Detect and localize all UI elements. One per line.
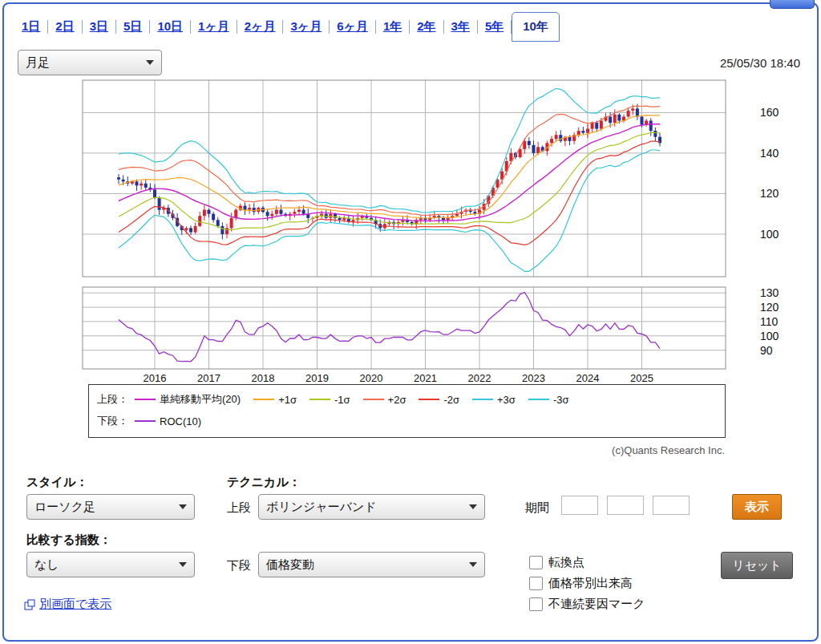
interval-select-value: 月足 bbox=[26, 55, 50, 71]
checkbox-icon[interactable] bbox=[529, 577, 543, 590]
y-axis-labels: 10012014016090100110120130 bbox=[760, 106, 779, 356]
legend-box: 上段： 単純移動平均(20)+1σ-1σ+2σ-2σ+3σ-3σ 下段： ROC… bbox=[88, 384, 726, 438]
interval-select[interactable]: 月足 bbox=[18, 50, 162, 75]
period-input-3[interactable] bbox=[653, 496, 690, 515]
checkbox-volume-by-price[interactable]: 価格帯別出来高 bbox=[529, 576, 633, 591]
svg-text:2019: 2019 bbox=[305, 372, 329, 384]
legend-line-swatch bbox=[135, 420, 156, 422]
legend-lower-row: 下段： ROC(10) bbox=[89, 407, 725, 428]
chevron-down-icon bbox=[469, 504, 477, 509]
upper-grid bbox=[83, 80, 726, 277]
checkbox-tenkanten[interactable]: 転換点 bbox=[529, 555, 584, 570]
legend-item: -3σ bbox=[528, 394, 569, 406]
svg-text:100: 100 bbox=[760, 228, 779, 241]
tab-2年[interactable]: 2年 bbox=[410, 14, 443, 39]
top-right-partial-button[interactable] bbox=[770, 0, 815, 9]
roc-line bbox=[119, 293, 660, 362]
legend-item-label: -2σ bbox=[443, 394, 459, 406]
tab-10日[interactable]: 10日 bbox=[150, 14, 190, 39]
legend-line-swatch bbox=[253, 399, 274, 400]
checkbox-volume-by-price-label: 価格帯別出来高 bbox=[548, 576, 633, 591]
chart-area: 1001201401609010011012013020162017201820… bbox=[0, 76, 821, 391]
compare-label: 比較する指数： bbox=[26, 533, 111, 548]
svg-text:100: 100 bbox=[760, 330, 779, 342]
reset-button[interactable]: リセット bbox=[721, 552, 793, 579]
lower-indicator-select-value: 価格変動 bbox=[266, 557, 314, 573]
legend-line-swatch bbox=[135, 399, 156, 400]
legend-item-label: -3σ bbox=[553, 394, 569, 406]
technical-label: テクニカル： bbox=[227, 475, 301, 490]
legend-item: +3σ bbox=[472, 394, 516, 406]
legend-line-swatch bbox=[472, 399, 493, 400]
tab-2ヶ月[interactable]: 2ヶ月 bbox=[237, 14, 283, 39]
svg-text:2024: 2024 bbox=[576, 372, 600, 384]
svg-text:140: 140 bbox=[760, 147, 779, 160]
legend-line-swatch bbox=[419, 399, 439, 400]
style-select-value: ローソク足 bbox=[34, 500, 95, 515]
upper-row-label: 上段 bbox=[227, 500, 251, 516]
lower-grid bbox=[83, 287, 726, 369]
tab-6ヶ月[interactable]: 6ヶ月 bbox=[330, 14, 375, 39]
legend-item-label: 単純移動平均(20) bbox=[160, 392, 241, 407]
legend-upper-row: 上段： 単純移動平均(20)+1σ-1σ+2σ-2σ+3σ-3σ bbox=[89, 385, 725, 407]
upper-indicator-select-value: ボリンジャーバンド bbox=[266, 500, 377, 515]
lower-indicator-select[interactable]: 価格変動 bbox=[258, 552, 485, 577]
tab-3日[interactable]: 3日 bbox=[83, 14, 115, 39]
period-tabbar: 1日2日3日5日10日1ヶ月2ヶ月3ヶ月6ヶ月1年2年3年5年10年 bbox=[14, 11, 807, 42]
legend-item: -2σ bbox=[419, 394, 459, 406]
period-input-2[interactable] bbox=[607, 496, 644, 515]
chevron-down-icon bbox=[179, 562, 187, 567]
svg-text:2016: 2016 bbox=[144, 372, 167, 384]
svg-text:2025: 2025 bbox=[630, 372, 653, 384]
legend-item-label: +3σ bbox=[497, 394, 516, 406]
period-input-1[interactable] bbox=[561, 496, 598, 515]
upper-indicator-select[interactable]: ボリンジャーバンド bbox=[258, 494, 485, 520]
chevron-down-icon bbox=[146, 60, 154, 65]
chart-widget: 1日2日3日5日10日1ヶ月2ヶ月3ヶ月6ヶ月1年2年3年5年10年 月足 25… bbox=[0, 0, 821, 644]
legend-item: +2σ bbox=[363, 394, 406, 406]
legend-item-label: ROC(10) bbox=[160, 415, 201, 427]
sma-line bbox=[119, 124, 660, 221]
svg-text:130: 130 bbox=[760, 286, 779, 299]
legend-line-swatch bbox=[309, 399, 330, 400]
svg-text:2023: 2023 bbox=[522, 372, 545, 384]
lower-plot-frame bbox=[83, 287, 726, 369]
tab-1年[interactable]: 1年 bbox=[376, 14, 409, 39]
tab-5年[interactable]: 5年 bbox=[478, 14, 511, 39]
tab-3ヶ月[interactable]: 3ヶ月 bbox=[283, 14, 329, 39]
open-window-icon bbox=[24, 599, 35, 610]
period-label: 期間 bbox=[525, 500, 549, 516]
checkbox-icon[interactable] bbox=[529, 597, 543, 611]
svg-text:2017: 2017 bbox=[197, 372, 220, 384]
style-select[interactable]: ローソク足 bbox=[26, 494, 195, 520]
tab-1日[interactable]: 1日 bbox=[14, 14, 47, 39]
open-in-new-window-label: 別画面で表示 bbox=[39, 597, 111, 612]
lower-row-label: 下段 bbox=[227, 558, 251, 573]
legend-item: +1σ bbox=[253, 394, 297, 406]
compare-select[interactable]: なし bbox=[26, 552, 195, 577]
tab-5日[interactable]: 5日 bbox=[116, 14, 149, 39]
svg-text:160: 160 bbox=[760, 106, 779, 119]
legend-line-swatch bbox=[363, 399, 384, 400]
tab-3年[interactable]: 3年 bbox=[444, 14, 477, 39]
svg-text:2021: 2021 bbox=[414, 372, 437, 384]
tab-2日[interactable]: 2日 bbox=[48, 14, 81, 39]
tab-1ヶ月[interactable]: 1ヶ月 bbox=[191, 14, 237, 39]
tab-10年[interactable]: 10年 bbox=[512, 12, 560, 42]
svg-text:90: 90 bbox=[760, 344, 773, 357]
show-button[interactable]: 表示 bbox=[732, 494, 782, 520]
open-in-new-window-link[interactable]: 別画面で表示 bbox=[24, 597, 111, 612]
svg-text:2018: 2018 bbox=[252, 372, 275, 384]
band-plus-2-sigma bbox=[119, 106, 660, 215]
legend-item: -1σ bbox=[309, 394, 350, 406]
legend-item-label: +1σ bbox=[278, 394, 297, 406]
chevron-down-icon bbox=[469, 562, 477, 567]
upper-plot-frame bbox=[83, 80, 726, 277]
band-minus-3-sigma bbox=[119, 150, 660, 271]
legend-item: ROC(10) bbox=[135, 415, 201, 427]
checkbox-icon[interactable] bbox=[529, 556, 543, 569]
legend-lower-label: 下段： bbox=[97, 414, 128, 428]
legend-item-label: -1σ bbox=[334, 394, 350, 406]
checkbox-discontinuity-mark[interactable]: 不連続要因マーク bbox=[529, 597, 645, 612]
legend-upper-label: 上段： bbox=[97, 392, 128, 407]
